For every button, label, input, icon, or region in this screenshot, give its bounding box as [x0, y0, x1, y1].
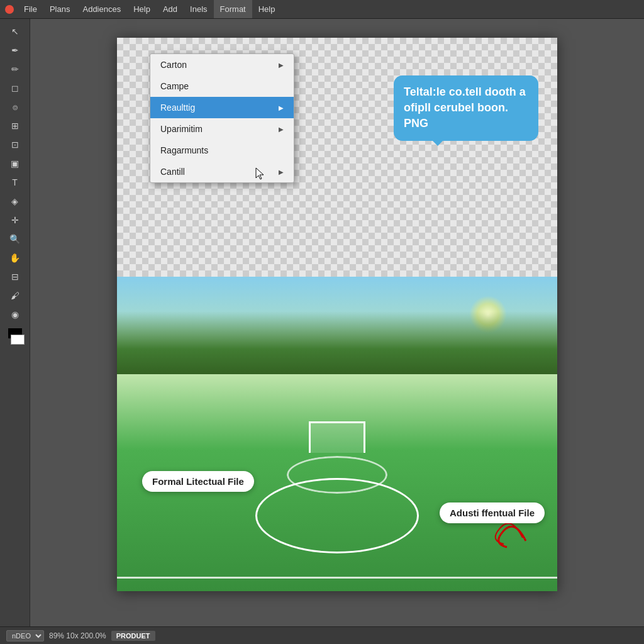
menu-file[interactable]: File	[18, 0, 43, 18]
status-product: PRODUET	[111, 631, 155, 641]
dropdown-menu: Carton ▶ Campe Reaulttig ▶ Uparimitim ▶ …	[150, 53, 294, 183]
tool-eraser[interactable]: ◻	[4, 79, 26, 97]
annotation-left-text: Formal Litectual File	[152, 476, 244, 487]
menu-item-cantill[interactable]: Cantill ▶	[150, 161, 294, 182]
tool-pen[interactable]: ✒	[4, 42, 26, 59]
menu-item-carton-label: Carton	[160, 60, 187, 70]
tool-select2[interactable]: ⊟	[4, 268, 26, 286]
menu-item-campe[interactable]: Campe	[150, 75, 294, 97]
app-layout: ↖ ✒ ✏ ◻ ⌾ ⊞ ⊡ ▣ T ◈ ✛ 🔍 ✋ ⊟ 🖌 ◉	[0, 19, 644, 626]
menu-arrow-reaulttig: ▶	[279, 104, 284, 111]
menu-format[interactable]: Format	[214, 0, 252, 18]
tool-text[interactable]: T	[4, 174, 26, 191]
status-mode-select[interactable]: nDEO	[6, 630, 44, 641]
menu-item-ragarmunts-label: Ragarmunts	[160, 145, 208, 155]
menu-help2[interactable]: Help	[252, 0, 282, 18]
tooltip-text: Teltal:le co.tell dooth a ofipll cerubel…	[404, 86, 526, 130]
menu-arrow-carton: ▶	[279, 62, 284, 69]
annotation-right-text: Adusti ffentual File	[450, 508, 535, 518]
menu-item-reaulttig[interactable]: Reaulttig ▶	[150, 97, 294, 118]
tool-shape[interactable]: ▣	[4, 155, 26, 172]
menu-item-campe-label: Campe	[160, 81, 189, 91]
tree-row	[117, 311, 557, 374]
tool-eyedropper[interactable]: ⊡	[4, 136, 26, 153]
menu-inels[interactable]: Inels	[184, 0, 213, 18]
canvas-bottom-image	[117, 277, 557, 591]
statusbar: nDEO 89% 10x 200.0% PRODUET	[0, 626, 644, 644]
menubar: File Plans Addiences Help Add Inels Form…	[0, 0, 644, 19]
menu-item-carton[interactable]: Carton ▶	[150, 54, 294, 75]
menu-item-uparimitim[interactable]: Uparimitim ▶	[150, 118, 294, 140]
tool-color-bg[interactable]	[11, 335, 25, 345]
menu-addiences[interactable]: Addiences	[76, 0, 127, 18]
menu-add[interactable]: Add	[157, 0, 184, 18]
tool-gradient[interactable]: ◈	[4, 192, 26, 210]
soccer-field	[117, 277, 557, 591]
tool-lasso[interactable]: ⌾	[4, 98, 26, 116]
tool-brush[interactable]: ✏	[4, 60, 26, 78]
menu-item-cantill-label: Cantill	[160, 167, 185, 177]
tool-crop[interactable]: ⊞	[4, 117, 26, 135]
menu-item-ragarmunts[interactable]: Ragarmunts	[150, 140, 294, 161]
close-button[interactable]	[5, 5, 14, 14]
canvas-area: Teltal:le co.tell dooth a ofipll cerubel…	[30, 19, 644, 626]
tool-hand[interactable]: ✋	[4, 249, 26, 267]
left-toolbar: ↖ ✒ ✏ ◻ ⌾ ⊞ ⊡ ▣ T ◈ ✛ 🔍 ✋ ⊟ 🖌 ◉	[0, 19, 30, 626]
tool-move[interactable]: ✛	[4, 211, 26, 229]
tool-arrow[interactable]: ↖	[4, 23, 26, 40]
menu-arrow-cantill: ▶	[279, 169, 284, 175]
status-zoom: 89% 10x 200.0%	[49, 631, 106, 640]
tool-zoom[interactable]: 🔍	[4, 230, 26, 248]
annotation-left: Formal Litectual File	[142, 471, 254, 492]
tool-paint[interactable]: 🖌	[4, 287, 26, 304]
tool-stamp[interactable]: ◉	[4, 306, 26, 323]
tooltip-bubble: Teltal:le co.tell dooth a ofipll cerubel…	[394, 75, 538, 141]
menu-item-uparimitim-label: Uparimitim	[160, 124, 203, 134]
menu-help1[interactable]: Help	[127, 0, 157, 18]
menu-plans[interactable]: Plans	[43, 0, 77, 18]
annotation-right: Adusti ffentual File	[440, 502, 545, 523]
menu-arrow-uparimitim: ▶	[279, 126, 284, 133]
goal	[309, 421, 365, 453]
menu-item-reaulttig-label: Reaulttig	[160, 103, 195, 113]
